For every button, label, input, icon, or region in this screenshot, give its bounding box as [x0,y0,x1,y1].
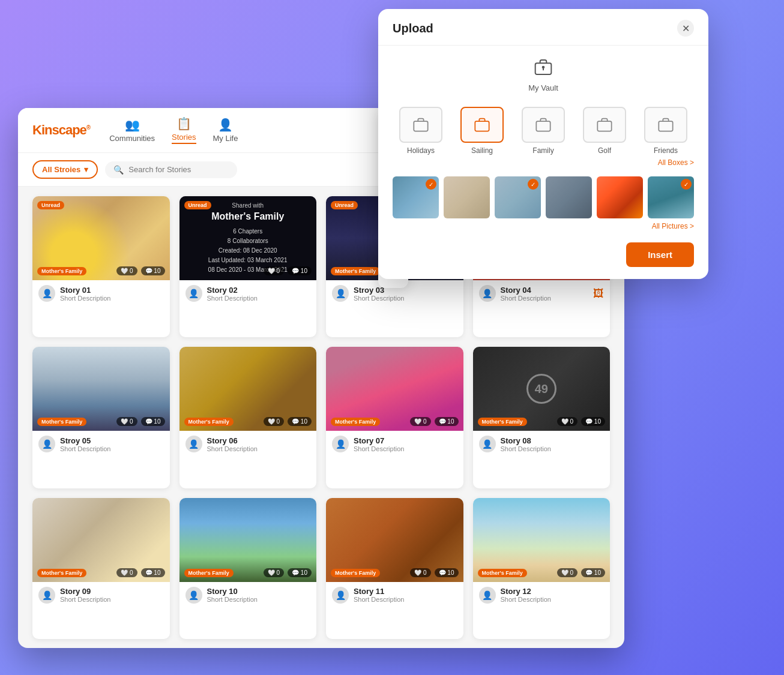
shared-with-label: Shared with [232,202,264,209]
story-image-2: Shared with Mother's Family 6 Chapters 8… [179,196,317,280]
story-desc-4: Short Description [501,295,551,302]
story-action-icon-4[interactable]: 🖼 [593,287,604,300]
story-card-12[interactable]: Mother's Family 🤍 0 💬 10 👤 Story 12 Shor… [473,498,611,639]
nav-mylife[interactable]: 👤 My Life [213,118,238,143]
story-tag-12: Mother's Family [478,569,527,577]
comments-8: 💬 10 [581,417,605,426]
comments-6: 💬 10 [288,417,312,426]
stories-icon: 📋 [176,116,191,131]
nav-stories[interactable]: 📋 Stories [172,116,196,144]
pic-thumb-2[interactable] [444,176,490,218]
story-info-2: 👤 Story 02 Short Description [179,280,317,307]
box-holidays[interactable]: Holidays [394,107,448,155]
story-avatar-7: 👤 [332,436,349,452]
modal-close-button[interactable]: ✕ [677,20,694,37]
story-tag-7: Mother's Family [331,418,380,426]
story-image-1: Unread Mother's Family 🤍 0 💬 10 [32,196,170,280]
story-card-2[interactable]: Shared with Mother's Family 6 Chapters 8… [179,196,317,337]
story-avatar-11: 👤 [332,587,349,604]
upload-modal: Upload ✕ My Vault Holidays [378,9,708,279]
story-stats-8: 🤍 0 💬 10 [557,417,605,426]
box-family[interactable]: Family [516,107,570,155]
story-card-6[interactable]: Mother's Family 🤍 0 💬 10 👤 Story 06 Shor… [179,347,317,488]
story-info-9: 👤 Story 09 Short Description [32,582,170,608]
unread-badge-1: Unread [37,201,64,209]
likes-6: 🤍 0 [264,417,284,426]
story-image-11: Mother's Family 🤍 0 💬 10 [326,498,463,582]
story-desc-1: Short Description [60,295,110,302]
story-stats-2: 🤍 0 💬 10 [264,266,312,275]
svg-rect-10 [414,121,427,131]
box-friends[interactable]: Friends [639,107,693,155]
likes-9: 🤍 0 [116,568,137,577]
all-pictures-link[interactable]: All Pictures > [393,222,694,230]
vault-label: My Vault [528,83,558,92]
box-golf[interactable]: Golf [577,107,632,155]
pic-check-1: ✓ [426,179,436,190]
story-desc-8: Short Description [501,445,551,452]
story-card-10[interactable]: Mother's Family 🤍 0 💬 10 👤 Story 10 Shor… [179,498,317,639]
comments-7: 💬 10 [435,417,459,426]
story-card-11[interactable]: Mother's Family 🤍 0 💬 10 👤 Story 11 Shor… [326,498,463,639]
story-stats-1: 🤍 0 💬 10 [116,266,164,275]
pic-thumb-5[interactable] [597,176,643,218]
story-avatar-6: 👤 [185,436,202,452]
story-title-10: Story 10 [207,587,258,596]
family-name-label: Mother's Family [211,211,284,222]
story-desc-10: Short Description [207,596,258,603]
story-card-1[interactable]: Unread Mother's Family 🤍 0 💬 10 👤 Story … [32,196,170,337]
app-logo: Kinscape® [32,122,90,138]
pic-check-6: ✓ [681,179,692,190]
comments-5: 💬 10 [141,417,165,426]
story-tag-11: Mother's Family [331,569,380,577]
story-card-5[interactable]: Mother's Family 🤍 0 💬 10 👤 Stroy 05 Shor… [32,347,170,488]
svg-rect-12 [536,121,550,131]
pictures-row: ✓ ✓ ✓ [393,176,694,218]
all-stories-dropdown[interactable]: All Stroies ▾ [32,160,98,179]
box-sailing[interactable]: Sailing [455,107,509,155]
story-title-11: Story 11 [354,587,404,596]
box-icon-golf [583,107,626,143]
story-info-11: 👤 Story 11 Short Description [326,582,463,608]
main-nav: 👥 Communities 📋 Stories 👤 My Life [109,116,238,144]
story-card-8[interactable]: 49 Mother's Family 🤍 0 💬 10 👤 Story 08 S… [473,347,611,488]
modal-body: My Vault Holidays Sailing Family [378,46,708,279]
story-tag-3: Mother's Family [331,267,380,275]
story-info-1: 👤 Story 01 Short Description [32,280,170,307]
story-info-5: 👤 Stroy 05 Short Description [32,431,170,457]
box-label-golf: Golf [598,146,611,155]
story-stats-10: 🤍 0 💬 10 [264,568,312,577]
story-text-5: Stroy 05 Short Description [60,436,110,452]
story-avatar-9: 👤 [38,587,55,604]
story-desc-2: Short Description [207,295,258,302]
insert-button[interactable]: Insert [626,242,694,267]
story-avatar-2: 👤 [185,285,202,302]
story-title-12: Story 12 [501,587,551,596]
story-image-12: Mother's Family 🤍 0 💬 10 [473,498,611,582]
comments-2: 💬 10 [288,266,312,275]
story-info-7: 👤 Story 07 Short Description [326,431,463,457]
story-card-7[interactable]: Mother's Family 🤍 0 💬 10 👤 Story 07 Shor… [326,347,463,488]
pic-thumb-6[interactable]: ✓ [648,176,694,218]
story-card-9[interactable]: Mother's Family 🤍 0 💬 10 👤 Story 09 Shor… [32,498,170,639]
pic-thumb-3[interactable]: ✓ [495,176,541,218]
search-bar-container: 🔍 [105,161,237,178]
story-info-8: 👤 Story 08 Short Description [473,431,611,457]
story-text-2: Story 02 Short Description [207,286,258,302]
story-tag-6: Mother's Family [184,418,234,426]
likes-7: 🤍 0 [410,417,430,426]
story-image-10: Mother's Family 🤍 0 💬 10 [179,498,317,582]
modal-header: Upload ✕ [378,9,708,46]
nav-communities[interactable]: 👥 Communities [109,118,155,143]
chevron-down-icon: ▾ [84,165,88,174]
all-boxes-link[interactable]: All Boxes > [393,158,694,167]
svg-rect-13 [597,121,611,131]
story-info-12: 👤 Story 12 Short Description [473,582,611,608]
story-title-5: Stroy 05 [60,436,110,445]
story-text-9: Story 09 Short Description [60,587,110,603]
pic-thumb-4[interactable] [546,176,592,218]
pic-thumb-1[interactable]: ✓ [393,176,439,218]
box-label-sailing: Sailing [471,146,493,155]
search-input[interactable] [128,165,229,174]
story-avatar-3: 👤 [332,285,349,302]
